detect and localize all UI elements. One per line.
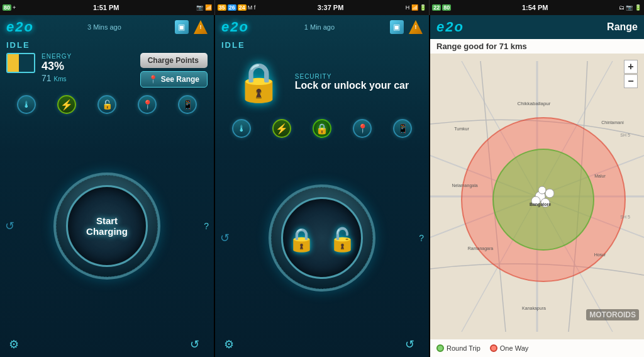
reset-icon-2[interactable]: ↺	[220, 231, 230, 245]
cube-icon-1: ▣	[175, 20, 189, 34]
screen1-logo: e2o	[6, 19, 34, 35]
screen1-time-ago: 3 Mins ago	[87, 23, 121, 31]
security-center: 🔒 SECURITY Lock or unlock your car	[215, 50, 429, 114]
warning-icon-2: !	[409, 20, 423, 34]
time-3: 1:54 PM	[522, 4, 548, 11]
charging-screen: e2o 3 Mins ago ▣ ! IDLE ENERGY 43% 71 Km…	[0, 15, 215, 357]
status-bar-1: 80 + 1:51 PM 📷 📶	[0, 0, 215, 15]
settings-icon-2[interactable]: ⚙	[224, 337, 239, 353]
svg-point-10	[545, 189, 554, 198]
svg-text:Hosur: Hosur	[594, 252, 606, 257]
temperature-icon[interactable]: 🌡	[17, 95, 36, 114]
status-label-1: IDLE	[0, 39, 36, 51]
map-container: Chikkaballapur Tumkur Chintamani Nelaman…	[430, 54, 644, 339]
phone-icon[interactable]: 📱	[178, 95, 197, 114]
lock-open-icon[interactable]: 🔓	[328, 227, 357, 253]
svg-text:SH 5: SH 5	[620, 215, 630, 219]
battery-badge-6: 80	[442, 4, 451, 11]
svg-point-13	[538, 186, 546, 194]
legend-dot-green	[436, 344, 444, 352]
battery-badge-3: 26	[228, 4, 236, 11]
location-icon-1: 📍	[148, 75, 158, 84]
svg-text:Malur: Malur	[594, 174, 606, 178]
question-icon-1[interactable]: ?	[204, 221, 209, 231]
header-icons-1: ▣ !	[175, 20, 208, 34]
svg-text:Chintamani: Chintamani	[601, 120, 624, 125]
big-lock-icon: 🔒	[235, 60, 282, 105]
dial-inner-1[interactable]: Start Charging	[66, 185, 148, 267]
status-icons-1: 80 +	[3, 4, 16, 11]
energy-percent: 43%	[42, 60, 134, 73]
lock-buttons: 🔒 🔓	[287, 227, 357, 253]
lightning-icon-2[interactable]: ⚡	[272, 119, 291, 138]
reset-icon[interactable]: ↺	[5, 219, 14, 233]
security-screen: e2o 1 Min ago ▣ ! IDLE 🔒 SECURITY Lock o…	[215, 15, 430, 357]
map-header: e2o Range	[430, 15, 644, 39]
svg-text:SH 5: SH 5	[620, 133, 630, 137]
phone-icon-2[interactable]: 📱	[393, 119, 412, 138]
svg-text:Nelamangala: Nelamangala	[452, 183, 477, 188]
svg-text:Kanakapura: Kanakapura	[522, 306, 546, 311]
security-icon-row: 🌡 ⚡ 🔒 📍 📱	[215, 114, 429, 143]
bottom-bar-1: ⚙ ↺	[0, 333, 214, 357]
dial-text-1: Start Charging	[86, 215, 128, 237]
zoom-in-button[interactable]: +	[624, 60, 638, 74]
svg-text:Ramanagara: Ramanagara	[468, 246, 494, 251]
watermark: MOTOROIDS	[586, 309, 639, 320]
refresh-icon-1[interactable]: ↺	[190, 337, 205, 353]
energy-kms: 71 Kms	[42, 73, 134, 83]
screen1-status: IDLE	[0, 39, 214, 50]
dial-container-1: ↺ Start Charging ?	[0, 119, 214, 333]
screen2-logo: e2o	[221, 19, 249, 35]
bottom-bar-2: ⚙ ↺	[215, 333, 429, 357]
temperature-icon-2[interactable]: 🌡	[232, 119, 251, 138]
battery-badge-1: 80	[3, 4, 11, 11]
status-icons-3: 22 80	[432, 4, 451, 11]
svg-text:Chikkaballapur: Chikkaballapur	[518, 101, 551, 106]
legend-one-way: One Way	[490, 344, 528, 352]
screen2-status: IDLE	[215, 39, 429, 50]
legend-round-trip: Round Trip	[436, 344, 480, 352]
svg-text:Bangalore: Bangalore	[530, 202, 551, 207]
location-icon-3[interactable]: 📍	[353, 119, 372, 138]
status-bar-3: 22 80 1:54 PM 🗂 📷 🔋	[430, 0, 644, 15]
time-1: 1:51 PM	[93, 4, 119, 11]
status-label-2: IDLE	[215, 39, 252, 51]
settings-icon-1[interactable]: ⚙	[9, 337, 24, 353]
range-screen: e2o Range Range good for 71 kms	[430, 15, 644, 357]
map-info-bar: Range good for 71 kms	[430, 39, 644, 54]
zoom-out-button[interactable]: −	[624, 74, 638, 88]
lightning-icon-1[interactable]: ⚡	[57, 95, 76, 114]
legend-round-trip-label: Round Trip	[447, 344, 480, 352]
dial-outer-1[interactable]: Start Charging	[53, 173, 160, 280]
zoom-controls: + −	[624, 60, 638, 88]
location-icon-2[interactable]: 📍	[138, 95, 157, 114]
header-icons-2: ▣ !	[390, 20, 423, 34]
question-icon-2[interactable]: ?	[419, 233, 424, 243]
icon-row-1: 🌡 ⚡ 🔓 📍 📱	[0, 90, 214, 119]
battery-badge-2: 35	[218, 4, 226, 11]
dial-container-2: ↺ 🔒 🔓 ?	[215, 143, 429, 333]
battery-fill-yellow	[8, 54, 19, 72]
dial-outer-2[interactable]: 🔒 🔓	[269, 184, 375, 292]
status-bar-2: 35 26 24 M f 3:37 PM H 📶 🔋	[215, 0, 430, 15]
refresh-icon-2[interactable]: ↺	[405, 337, 420, 353]
screen1-header: e2o 3 Mins ago ▣ !	[0, 15, 214, 39]
lock-closed-icon[interactable]: 🔒	[287, 227, 316, 253]
charge-points-button[interactable]: Charge Points	[140, 53, 208, 68]
action-buttons-1: Charge Points 📍 See Range	[140, 53, 208, 88]
unlock-icon-1[interactable]: 🔓	[97, 95, 116, 114]
cube-icon-2: ▣	[390, 20, 404, 34]
screen2-time-ago: 1 Min ago	[304, 23, 335, 31]
energy-info: ENERGY 43% 71 Kms	[42, 53, 134, 83]
map-svg: Chikkaballapur Tumkur Chintamani Nelaman…	[430, 54, 644, 339]
dial-inner-2[interactable]: 🔒 🔓	[281, 197, 363, 279]
battery-badge-4: 24	[238, 4, 247, 11]
plus-icon: +	[13, 4, 16, 11]
status-icons-2: 35 26 24 M f	[218, 4, 256, 11]
see-range-button[interactable]: 📍 See Range	[140, 71, 208, 88]
lock-icon-green[interactable]: 🔒	[313, 119, 331, 138]
right-icons-3: 🗂 📷 🔋	[619, 4, 641, 11]
warning-icon-1: !	[194, 20, 208, 34]
info-panel-1: ENERGY 43% 71 Kms Charge Points 📍 See Ra…	[0, 50, 214, 90]
